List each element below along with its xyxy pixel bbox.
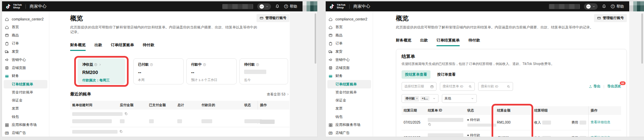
settlement-title: 结算单 — [402, 54, 621, 60]
settlement-id-cell — [426, 133, 465, 137]
copy-icon[interactable] — [124, 112, 128, 116]
settlement-date-input[interactable]: 选择结算日期 — [402, 82, 436, 91]
sidebar-item-fund-payment-bills[interactable]: 资金付款账单 — [2, 88, 49, 96]
settlement-id-search-input[interactable]: 搜索结算单 ID — [440, 82, 475, 91]
sidebar-item-finance[interactable]: 财务 — [326, 72, 373, 80]
sidebar-item-compliance-center[interactable]: compliance_center2 — [326, 15, 373, 23]
sidebar-item-wallet[interactable]: 钱包 — [326, 113, 373, 121]
sidebar-item-products[interactable]: 商品 — [326, 31, 373, 40]
sidebar-item-label: 资金付款账单 — [12, 90, 33, 95]
scrollbar[interactable] — [315, 13, 316, 64]
sidebar-item-order-statements[interactable]: 订单结算账单 — [4, 80, 47, 88]
sidebar-item-deposit[interactable]: 保证金 — [2, 96, 49, 104]
info-icon[interactable] — [94, 63, 97, 66]
sidebar-item-marketing[interactable]: 营销中心 — [2, 56, 49, 64]
sidebar-item-compliance-center[interactable]: compliance_center2 — [2, 15, 49, 23]
sidebar-item-label: 商品 — [335, 33, 342, 38]
sidebar-item-home[interactable]: 首页 — [326, 23, 373, 31]
copy-icon[interactable] — [119, 130, 123, 134]
settlement-date: 07/02/2025 — [402, 136, 426, 137]
manage-bank-account-button[interactable]: 管理银行账号 — [257, 14, 289, 22]
sidebar-item-orders[interactable]: 订单 — [326, 40, 373, 48]
other-filter-select[interactable]: 其他 — [442, 94, 477, 103]
messages-button[interactable]: ••• — [584, 3, 598, 10]
tab-payouts[interactable]: 出款 — [420, 38, 428, 46]
help-button[interactable]: 帮助 — [610, 4, 624, 9]
sidebar-item-wallet[interactable]: 钱包 — [2, 113, 49, 121]
remove-tag-icon[interactable]: × — [416, 97, 418, 100]
scrollbar[interactable] — [641, 13, 643, 64]
sidebar-item-label: 订单 — [12, 41, 19, 46]
tab-finance-overview[interactable]: 财务概览 — [396, 38, 411, 46]
redacted-bill-id — [72, 112, 123, 116]
info-icon[interactable] — [203, 63, 206, 66]
header-actions: ••• 帮助 — [222, 1, 317, 11]
payment-id-search-input[interactable]: 搜索付款 ID — [478, 82, 513, 91]
tab-order-statements[interactable]: 订单结算账单 — [111, 43, 134, 51]
sidebar-item-marketing[interactable]: 营销中心 — [326, 56, 373, 64]
view-by-order-toggle[interactable]: 按订单查看 — [437, 72, 456, 77]
tab-order-statements[interactable]: 订单结算账单 — [436, 38, 460, 46]
sidebar-item-app-market[interactable]: 应用和服务市场 — [326, 121, 373, 129]
export-button[interactable]: 导出 — [589, 84, 601, 89]
sidebar-item-shipping[interactable]: 发货 — [326, 48, 373, 56]
col-header: 结算日期 — [402, 108, 426, 113]
tab-pending-payment[interactable]: 待付款 — [468, 38, 480, 46]
sidebar-item-home[interactable]: 首页 — [2, 23, 49, 31]
sidebar-item-deposit[interactable]: 保证金 — [326, 96, 373, 104]
view-all-link[interactable]: 查看全部 53 — [267, 92, 289, 97]
sidebar-item-fund-payment-bills[interactable]: 资金付款账单 — [326, 88, 373, 96]
view-by-statement-toggle[interactable]: 按结算单查看 — [402, 70, 430, 79]
help-label: 帮助 — [290, 4, 297, 9]
sidebar-item-shop-ads[interactable]: 店铺广告 — [326, 129, 373, 137]
view-details-link[interactable]: 查看详细信息 — [591, 136, 610, 137]
sidebar-item-invoice[interactable]: 发票 — [326, 104, 373, 113]
sidebar-item-shop-page[interactable]: 店铺页面 — [326, 64, 373, 72]
sidebar-item-orders[interactable]: 订单 — [2, 40, 49, 48]
status-filter-select[interactable]: 待付款× +1... — [402, 94, 439, 103]
search-icon — [468, 85, 472, 88]
manage-bank-account-button[interactable]: 管理银行账号 — [594, 14, 627, 22]
messages-button[interactable]: ••• — [257, 3, 271, 10]
settlement-amount: -RM800 — [495, 136, 532, 137]
view-details-link[interactable]: 查看详细信息 — [591, 120, 610, 125]
tab-finance-overview[interactable]: 财务概览 — [70, 43, 86, 51]
paid-card: 已付款 -- 本周 — [133, 58, 184, 84]
sidebar-item-label: 应用和服务市场 — [335, 123, 360, 127]
avatar[interactable] — [629, 1, 644, 11]
tab-pending-payment[interactable]: 待付款 — [143, 43, 154, 51]
table-row[interactable]: 07/02/2025 待付款 -RM800 收入 费用 查看详细信息 — [402, 130, 621, 137]
tab-payouts[interactable]: 出款 — [94, 43, 102, 51]
redacted-amount — [542, 121, 551, 125]
sidebar-item-shop-page[interactable]: 店铺页面 — [2, 64, 49, 72]
export-history-button[interactable]: 导出历史32 — [607, 84, 621, 89]
sidebar-item-finance[interactable]: 财务 — [2, 72, 49, 80]
col-header: 操作 — [588, 106, 621, 115]
avatar[interactable] — [303, 1, 317, 11]
help-button[interactable]: 帮助 — [284, 4, 297, 9]
chat-icon: ••• — [586, 4, 591, 9]
account-name-redacted — [549, 4, 580, 9]
notifications-button[interactable] — [275, 4, 280, 9]
redacted-amount — [542, 136, 551, 137]
col-header: 付款目的 — [199, 103, 242, 108]
info-icon[interactable] — [256, 63, 259, 66]
table-row[interactable] — [70, 110, 289, 127]
sidebar-item-products[interactable]: 商品 — [2, 31, 49, 40]
status-tag[interactable]: 待付款× — [404, 96, 419, 101]
info-icon[interactable] — [150, 63, 153, 66]
settlement-amount: RM1,000 — [495, 121, 532, 124]
table-row[interactable] — [70, 127, 289, 137]
notifications-button[interactable] — [602, 4, 606, 9]
copy-icon[interactable] — [428, 123, 431, 127]
scroll-gutter — [629, 11, 644, 137]
sidebar-item-order-statements[interactable]: 订单结算账单 — [327, 80, 371, 88]
sidebar-item-label: 店铺页面 — [12, 66, 26, 70]
sidebar-item-label: 店铺页面 — [335, 66, 350, 70]
sidebar-item-invoice[interactable]: 发票 — [2, 104, 49, 113]
table-row[interactable]: 07/01/2025 待付款 RM1,000 收入 费用 查看详细信息 — [402, 115, 621, 130]
sidebar-item-shop-ads[interactable]: 店铺广告 — [2, 129, 49, 137]
sidebar-item-app-market[interactable]: 应用和服务市场 — [2, 121, 49, 129]
net-earnings-card[interactable]: 净收益 RM200 付款频次：每周三 — [78, 58, 125, 84]
sidebar-item-shipping[interactable]: 发货 — [2, 48, 49, 56]
